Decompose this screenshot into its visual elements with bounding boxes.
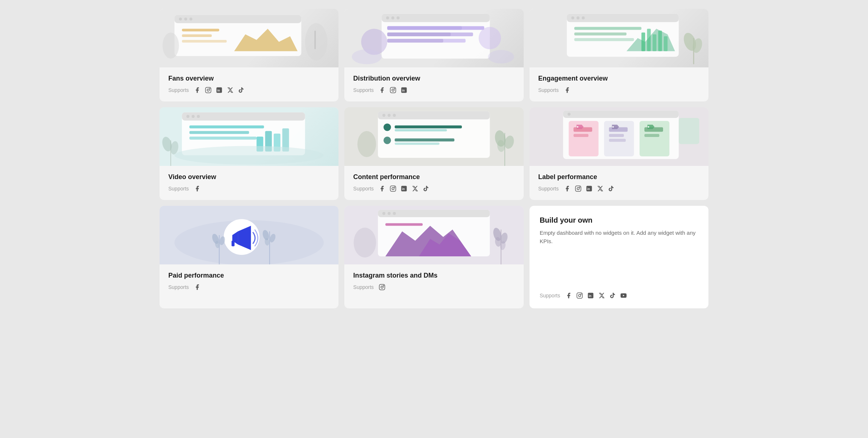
video-overview-card[interactable]: Video overview Supports (160, 107, 338, 200)
svg-point-130 (388, 212, 391, 215)
svg-rect-25 (388, 33, 451, 36)
svg-rect-60 (190, 131, 249, 134)
instagram-icon (576, 292, 584, 300)
facebook-icon (378, 86, 386, 94)
svg-point-41 (581, 16, 584, 19)
svg-point-74 (393, 114, 396, 117)
svg-text:in: in (402, 188, 405, 191)
fans-overview-title: Fans overview (168, 75, 330, 82)
facebook-icon (193, 283, 201, 291)
tiktok-icon (607, 185, 615, 193)
svg-point-143 (384, 285, 384, 286)
instagram-stories-illustration (344, 206, 523, 264)
svg-rect-92 (563, 111, 678, 118)
x-icon (598, 292, 606, 300)
svg-rect-110 (678, 118, 699, 144)
svg-rect-94 (569, 121, 599, 156)
svg-rect-10 (314, 31, 316, 49)
svg-point-3 (184, 18, 187, 21)
svg-point-145 (579, 294, 581, 297)
svg-rect-96 (573, 134, 588, 137)
content-performance-title: Content performance (353, 173, 515, 181)
svg-point-14 (209, 88, 210, 89)
svg-rect-32 (390, 88, 396, 93)
build-your-own-title: Build your own (540, 216, 698, 224)
content-performance-supports: Supports in (353, 185, 515, 193)
x-icon (596, 185, 604, 193)
svg-rect-55 (182, 112, 305, 120)
content-performance-card[interactable]: Content performance Supports in (344, 107, 523, 200)
video-overview-body: Video overview Supports (160, 166, 338, 200)
svg-rect-44 (574, 38, 634, 41)
svg-point-33 (392, 89, 394, 91)
youtube-icon (620, 292, 628, 300)
engagement-overview-body: Engagement overview Supports (530, 67, 708, 101)
svg-point-107 (612, 126, 614, 127)
instagram-stories-supports: Supports (353, 283, 515, 291)
x-icon (226, 86, 234, 94)
linkedin-icon: in (400, 185, 408, 193)
distribution-overview-illustration (344, 9, 523, 67)
svg-text:in: in (588, 294, 591, 298)
svg-rect-43 (574, 33, 626, 36)
instagram-icon (389, 185, 397, 193)
svg-text:in: in (587, 188, 590, 191)
svg-rect-50 (664, 36, 667, 51)
svg-point-58 (197, 115, 200, 118)
svg-rect-111 (575, 186, 581, 192)
svg-rect-101 (639, 121, 669, 156)
linkedin-icon: in (215, 86, 223, 94)
svg-point-129 (382, 212, 385, 215)
svg-rect-49 (658, 31, 662, 51)
svg-rect-79 (395, 138, 454, 141)
tiktok-icon (237, 86, 245, 94)
label-performance-card[interactable]: Label performance Supports in (530, 107, 708, 200)
svg-point-78 (384, 137, 391, 144)
svg-rect-134 (385, 223, 423, 226)
distribution-overview-card[interactable]: Distribution overview Supports in (344, 9, 523, 101)
build-your-own-card[interactable]: Build your own Empty dashboard with no w… (530, 206, 708, 308)
svg-point-21 (397, 16, 400, 19)
svg-rect-27 (388, 39, 444, 42)
svg-point-85 (358, 131, 376, 157)
svg-point-34 (394, 88, 395, 89)
svg-point-93 (568, 113, 570, 116)
svg-rect-77 (395, 129, 447, 131)
svg-point-73 (388, 114, 391, 117)
instagram-icon (204, 86, 212, 94)
video-overview-illustration (160, 107, 338, 166)
svg-point-13 (207, 89, 209, 91)
engagement-overview-illustration (530, 9, 708, 67)
svg-rect-47 (647, 29, 651, 51)
instagram-stories-card[interactable]: Instagram stories and DMs Supports (344, 206, 523, 308)
svg-rect-23 (388, 26, 462, 30)
build-supports-label: Supports (540, 293, 560, 298)
engagement-overview-card[interactable]: Engagement overview Supports (530, 9, 708, 101)
distribution-overview-title: Distribution overview (353, 75, 515, 82)
fans-supports-label: Supports (168, 87, 189, 93)
svg-rect-46 (641, 33, 645, 51)
svg-point-40 (576, 16, 579, 19)
paid-performance-body: Paid performance Supports (160, 264, 338, 298)
fans-overview-card[interactable]: Fans overview Supports in (160, 9, 338, 101)
svg-rect-80 (395, 142, 439, 145)
dashboard-grid: Fans overview Supports in (160, 9, 708, 308)
insta-supports-label: Supports (353, 284, 374, 290)
tiktok-icon (609, 292, 617, 300)
engage-supports-label: Supports (538, 87, 559, 93)
svg-rect-7 (182, 40, 227, 42)
svg-rect-95 (573, 127, 592, 132)
instagram-stories-title: Instagram stories and DMs (353, 272, 515, 279)
svg-point-30 (352, 49, 382, 64)
svg-point-56 (186, 115, 189, 118)
facebook-icon (563, 86, 571, 94)
engagement-overview-title: Engagement overview (538, 75, 700, 82)
svg-point-146 (581, 294, 581, 294)
dist-supports-label: Supports (353, 87, 374, 93)
distribution-overview-supports: Supports in (353, 86, 515, 94)
facebook-icon (378, 185, 386, 193)
fans-overview-supports: Supports in (168, 86, 330, 94)
content-performance-illustration (344, 107, 523, 166)
paid-performance-card[interactable]: Paid performance Supports (160, 206, 338, 308)
svg-point-66 (175, 146, 324, 164)
